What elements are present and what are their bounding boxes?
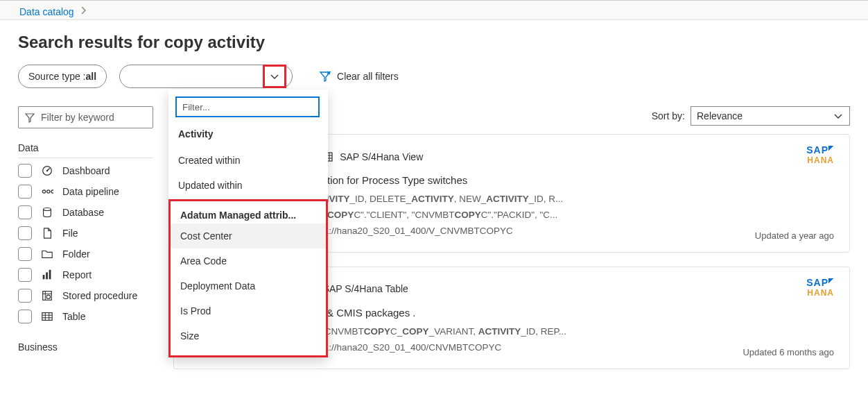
facet-label: File bbox=[62, 228, 78, 239]
chevron-down-icon bbox=[833, 110, 844, 121]
checkbox[interactable] bbox=[18, 185, 32, 198]
sap-hana-logo: SAP◤HANA bbox=[806, 144, 834, 165]
facet-label: Report bbox=[62, 269, 92, 280]
clear-all-filters[interactable]: Clear all filters bbox=[319, 70, 399, 83]
dropdown-item-deployment-data[interactable]: Deployment Data bbox=[171, 273, 326, 298]
bars-icon bbox=[40, 269, 54, 281]
sort-by-value: Relevance bbox=[697, 110, 743, 121]
facet-label: Folder bbox=[62, 248, 90, 260]
clear-filters-label: Clear all filters bbox=[337, 71, 399, 82]
folder-icon bbox=[40, 248, 54, 260]
dropdown-managed-attributes-highlight: Adatum Managed attrib... Cost Center Are… bbox=[168, 199, 328, 357]
checkbox[interactable] bbox=[18, 205, 32, 219]
source-type-label: Source type : bbox=[28, 71, 86, 82]
filter-row: Source type : all Clear all filters Acti… bbox=[18, 65, 850, 88]
facet-label: Table bbox=[62, 311, 85, 322]
dropdown-group-activity: Activity bbox=[168, 120, 328, 148]
facet-item-report[interactable]: Report bbox=[18, 268, 169, 282]
breadcrumb-bar: Data catalog bbox=[0, 0, 868, 20]
sort-by-select[interactable]: Relevance bbox=[691, 106, 850, 126]
checkbox[interactable] bbox=[18, 247, 32, 261]
result-updated: Updated a year ago bbox=[755, 230, 834, 241]
breadcrumb-root[interactable]: Data catalog bbox=[19, 6, 74, 17]
attribute-filter-dropdown-highlight[interactable] bbox=[263, 65, 286, 88]
filter-by-keyword-label: Filter by keyword bbox=[41, 112, 114, 123]
dropdown-item-created-within[interactable]: Created within bbox=[168, 148, 328, 173]
checkbox[interactable] bbox=[18, 310, 32, 323]
facet-label: Dashboard bbox=[62, 165, 110, 176]
dropdown-item-updated-within[interactable]: Updated within bbox=[168, 173, 328, 198]
page-title: Search results for copy activity bbox=[18, 33, 850, 52]
facet-item-folder[interactable]: Folder bbox=[18, 247, 169, 261]
sap-hana-logo: SAP◤HANA bbox=[806, 277, 834, 298]
dropdown-item-is-prod[interactable]: Is Prod bbox=[171, 298, 326, 323]
dropdown-filter-input[interactable] bbox=[175, 96, 320, 117]
facet-item-stored-procedure[interactable]: Stored procedure bbox=[18, 289, 169, 303]
result-kind: SAP S/4Hana View bbox=[340, 151, 423, 162]
dropdown-group-managed-attrib: Adatum Managed attrib... bbox=[171, 201, 326, 223]
source-type-value: all bbox=[86, 71, 97, 82]
chevron-right-icon bbox=[78, 5, 89, 18]
result-updated: Updated 6 months ago bbox=[743, 347, 834, 357]
filter-by-keyword[interactable]: Filter by keyword bbox=[18, 106, 153, 128]
checkbox[interactable] bbox=[18, 226, 32, 240]
clear-filters-icon bbox=[319, 70, 331, 83]
facet-item-file[interactable]: File bbox=[18, 226, 169, 240]
gauge-icon bbox=[40, 164, 54, 177]
facet-header-data: Data bbox=[18, 142, 153, 158]
facet-item-database[interactable]: Database bbox=[18, 205, 169, 219]
checkbox[interactable] bbox=[18, 164, 32, 178]
pipeline-icon bbox=[40, 185, 54, 198]
sort-by-label: Sort by: bbox=[652, 110, 685, 121]
facet-label: Database bbox=[62, 207, 104, 218]
filter-icon bbox=[24, 112, 35, 123]
facet-label: Stored procedure bbox=[62, 290, 137, 301]
sproc-icon bbox=[40, 289, 54, 302]
checkbox[interactable] bbox=[18, 289, 32, 303]
database-icon bbox=[40, 206, 54, 219]
source-type-pill[interactable]: Source type : all bbox=[18, 65, 107, 88]
facet-header-business: Business bbox=[18, 341, 153, 357]
chevron-down-icon bbox=[269, 71, 280, 82]
attribute-filter-dropdown: Activity Created within Updated within A… bbox=[168, 90, 328, 357]
dropdown-item-size[interactable]: Size bbox=[171, 323, 326, 348]
dropdown-item-cost-center[interactable]: Cost Center bbox=[171, 223, 326, 248]
facet-item-table[interactable]: Table bbox=[18, 310, 169, 323]
file-icon bbox=[40, 227, 54, 239]
facet-label: Data pipeline bbox=[62, 186, 119, 197]
attribute-filter-pill[interactable] bbox=[119, 65, 293, 88]
table-icon bbox=[40, 310, 54, 323]
result-kind: SAP S/4Hana Table bbox=[323, 283, 408, 294]
facet-item-dashboard[interactable]: Dashboard bbox=[18, 164, 169, 178]
dropdown-item-area-code[interactable]: Area Code bbox=[171, 248, 326, 273]
checkbox[interactable] bbox=[18, 268, 32, 282]
facet-item-data-pipeline[interactable]: Data pipeline bbox=[18, 185, 169, 198]
facet-sidebar: Filter by keyword Data DashboardData pip… bbox=[18, 102, 169, 383]
